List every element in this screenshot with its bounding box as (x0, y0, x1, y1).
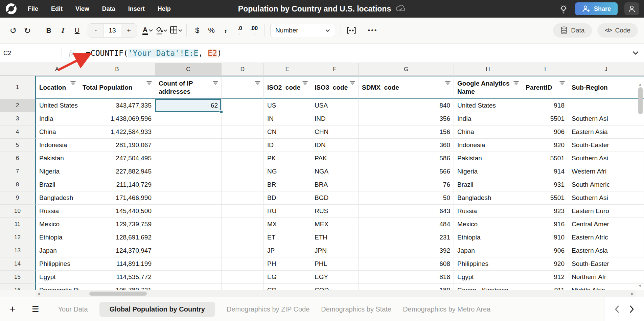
row-header-10[interactable]: 10 (0, 205, 35, 218)
cell-B5[interactable]: 281,190,067 (79, 139, 155, 152)
cell-G15[interactable]: 818 (359, 271, 454, 284)
cell-J9[interactable]: Southern Asi (568, 191, 644, 205)
cell-G3[interactable]: 356 (359, 112, 454, 125)
header-cell-F1[interactable]: ISO3_code (311, 76, 359, 99)
cell-A8[interactable]: Brazil (35, 178, 79, 191)
cell-D11[interactable] (222, 218, 264, 231)
cell-H16[interactable]: Congo - Kinshasa (454, 284, 522, 290)
cell-E8[interactable]: BR (264, 178, 311, 191)
cell-F14[interactable]: PHL (311, 257, 359, 271)
menu-help[interactable]: Help (158, 5, 171, 13)
column-header-H[interactable]: H (454, 63, 522, 76)
header-cell-B1[interactable]: Total Population (79, 76, 155, 99)
cell-G2[interactable]: 840 (359, 99, 454, 112)
cell-E6[interactable]: PK (264, 152, 311, 165)
row-header-3[interactable]: 3 (0, 112, 35, 125)
cell-C13[interactable] (155, 244, 222, 257)
filter-icon[interactable] (445, 81, 451, 87)
decrease-decimals-button[interactable]: .0 ← (233, 23, 247, 38)
cell-G13[interactable]: 392 (359, 244, 454, 257)
cell-A4[interactable]: China (35, 125, 79, 139)
cell-B10[interactable]: 145,440,500 (79, 205, 155, 218)
cell-F7[interactable]: NGA (311, 165, 359, 178)
cell-H8[interactable]: Brazil (454, 178, 522, 191)
fill-handle[interactable] (220, 110, 223, 114)
menu-insert[interactable]: Insert (128, 5, 145, 13)
cell-E9[interactable]: BD (264, 191, 311, 205)
font-size-value[interactable]: 13 (104, 24, 121, 37)
cell-B13[interactable]: 124,370,947 (79, 244, 155, 257)
cell-I11[interactable]: 916 (522, 218, 568, 231)
cell-A11[interactable]: Mexico (35, 218, 79, 231)
cell-A5[interactable]: Indonesia (35, 139, 79, 152)
column-header-G[interactable]: G (359, 63, 454, 76)
sheet-tab-demographics-by-metro-area[interactable]: Demographics by Metro Area (403, 302, 490, 317)
cell-C8[interactable] (155, 178, 222, 191)
filter-icon[interactable] (513, 81, 519, 87)
underline-button[interactable]: U (70, 23, 84, 38)
cell-E3[interactable]: IN (264, 112, 311, 125)
cell-E10[interactable]: RU (264, 205, 311, 218)
cell-D8[interactable] (222, 178, 264, 191)
row-header-11[interactable]: 11 (0, 218, 35, 231)
cell-B3[interactable]: 1,438,069,596 (79, 112, 155, 125)
cell-E15[interactable]: EG (264, 271, 311, 284)
cell-B4[interactable]: 1,422,584,933 (79, 125, 155, 139)
column-header-E[interactable]: E (264, 63, 311, 76)
row-header-15[interactable]: 15 (0, 271, 35, 284)
cell-D13[interactable] (222, 244, 264, 257)
cell-C10[interactable] (155, 205, 222, 218)
cell-I9[interactable]: 5501 (522, 191, 568, 205)
cell-F15[interactable]: EGY (311, 271, 359, 284)
cell-E16[interactable]: CD (264, 284, 311, 290)
cell-C4[interactable] (155, 125, 222, 139)
cell-E2[interactable]: US (264, 99, 311, 112)
cell-B11[interactable]: 129,739,759 (79, 218, 155, 231)
cell-I15[interactable]: 912 (522, 271, 568, 284)
cell-J7[interactable]: Western Afri (568, 165, 644, 178)
cell-I10[interactable]: 923 (522, 205, 568, 218)
row-header-5[interactable]: 5 (0, 139, 35, 152)
cell-A3[interactable]: India (35, 112, 79, 125)
filter-icon[interactable] (70, 81, 76, 87)
scroll-down-arrow[interactable]: ▼ (638, 284, 642, 288)
cell-F4[interactable]: CHN (311, 125, 359, 139)
cell-F5[interactable]: IDN (311, 139, 359, 152)
cell-reference-box[interactable]: C2 (0, 50, 62, 57)
cell-D14[interactable] (222, 257, 264, 271)
filter-icon[interactable] (212, 81, 218, 87)
sheet-tab-demographics-by-state[interactable]: Demographics by State (321, 302, 391, 317)
cell-B12[interactable]: 128,691,692 (79, 231, 155, 244)
account-avatar[interactable] (624, 2, 639, 15)
cell-D5[interactable] (222, 139, 264, 152)
column-header-J[interactable]: J (568, 63, 644, 76)
cell-B9[interactable]: 171,466,990 (79, 191, 155, 205)
cell-B16[interactable]: 105,789,731 (79, 284, 155, 290)
cell-G16[interactable]: 180 (359, 284, 454, 290)
cell-D12[interactable] (222, 231, 264, 244)
horizontal-scrollbar-thumb[interactable] (89, 292, 147, 296)
cell-C14[interactable] (155, 257, 222, 271)
cell-H10[interactable]: Russia (454, 205, 522, 218)
cell-B6[interactable]: 247,504,495 (79, 152, 155, 165)
cell-I16[interactable]: 911 (522, 284, 568, 290)
code-panel-button[interactable]: </> Code (597, 23, 638, 38)
redo-button[interactable]: ↻ (20, 23, 34, 38)
row-header-1[interactable]: 1 (0, 76, 35, 99)
cell-I6[interactable]: 5501 (522, 152, 568, 165)
cell-F11[interactable]: MEX (311, 218, 359, 231)
cell-J12[interactable]: Eastern Afric (568, 231, 644, 244)
cell-J6[interactable]: Southern Asi (568, 152, 644, 165)
cell-F13[interactable]: JPN (311, 244, 359, 257)
cell-A10[interactable]: Russia (35, 205, 79, 218)
cell-J13[interactable]: Eastern Asia (568, 244, 644, 257)
cell-I4[interactable]: 906 (522, 125, 568, 139)
formula-input[interactable]: =COUNTIF('Your Data'!E:E, E2) (86, 49, 222, 58)
cell-C15[interactable] (155, 271, 222, 284)
scroll-up-arrow[interactable]: ▲ (638, 83, 642, 86)
cell-J8[interactable]: South Americ (568, 178, 644, 191)
cell-H14[interactable]: Philippines (454, 257, 522, 271)
cell-A15[interactable]: Egypt (35, 271, 79, 284)
row-header-2[interactable]: 2 (0, 99, 35, 112)
cell-C12[interactable] (155, 231, 222, 244)
